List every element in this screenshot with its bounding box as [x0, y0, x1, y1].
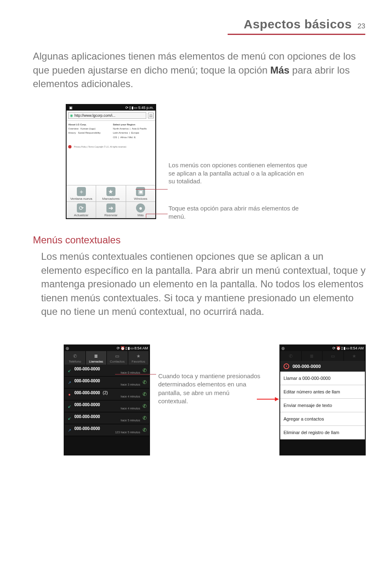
call-time: hace 4 minutos	[74, 407, 140, 410]
sync-icon: ⟳	[117, 346, 120, 350]
opt-fwd-label: Reenviar	[104, 213, 118, 217]
call-info: 000-000-0000 (2) hace 4 minutos	[74, 391, 140, 398]
section-heading: Menús contextuales	[33, 234, 120, 246]
wl1: Overview	[68, 127, 78, 130]
3g-icon: ▯	[341, 346, 343, 350]
web-right: Select your Region North America | Asia …	[113, 123, 147, 139]
status-bar-3: ◎ ⟳ ⏰ ▯ ▮ ▭ 8:54 AM	[280, 345, 365, 351]
call-info: 000-000-0000 hace 3 minutos	[74, 379, 140, 386]
opt-forward[interactable]: ➔ Reenviar	[96, 202, 126, 218]
opt-windows[interactable]: ▣ Windows	[126, 185, 155, 202]
dialer-tabs: ✆ Teléfono ≣ Llamadas ▭ Contactos ★ Favo…	[65, 351, 149, 365]
url-field[interactable]: ◉ http://www.lgcorp.com/i...	[68, 112, 146, 119]
dial-icon[interactable]: ✆	[143, 403, 147, 409]
sync-icon: ⟳	[332, 346, 336, 350]
dial-icon[interactable]: ✆	[143, 368, 147, 373]
bookmark-icon[interactable]: ▤	[148, 113, 154, 118]
notification-icon: ▣	[68, 106, 125, 110]
wl3: History	[68, 132, 76, 134]
call-direction-icon: ↗	[67, 380, 72, 385]
dial-icon[interactable]: ✆	[143, 391, 147, 397]
wr3: Latin America	[113, 132, 128, 134]
call-row[interactable]: ↙000-000-0000 hace 0 minutos✆	[65, 365, 149, 377]
context-menu-item[interactable]: Agregar a contactos	[280, 412, 365, 426]
wl2: Korean (logo)	[81, 127, 95, 130]
more-icon: ●	[136, 203, 145, 213]
tab-calls-d: ≣	[302, 351, 323, 361]
refresh-icon: ⟳	[77, 203, 86, 213]
call-info: 000-000-0000 hace 4 minutos	[74, 402, 140, 410]
header-rule	[228, 34, 365, 35]
plus-icon: ＋	[77, 187, 86, 196]
wr1: North America	[113, 127, 129, 130]
phone-icon: ✆	[72, 353, 78, 359]
page-title: Aspectos básicos	[244, 17, 352, 31]
call-row[interactable]: ↙000-000-0000 hace 5 minutos✆	[65, 412, 149, 424]
tab-calls[interactable]: ≣ Llamadas	[86, 351, 107, 365]
url-text: http://www.lgcorp.com/i...	[74, 113, 115, 118]
call-direction-icon: ↙	[67, 404, 72, 409]
web-left: About LG Corp. Overview Korean (logo) Hi…	[68, 123, 101, 139]
tab-phone-d: ✆	[280, 351, 302, 361]
tab-phone[interactable]: ✆ Teléfono	[65, 351, 86, 365]
address-row: ◉ http://www.lgcorp.com/i... ▤	[67, 111, 155, 121]
globe-icon: ◉	[70, 113, 73, 118]
tab-phone-label: Teléfono	[69, 360, 81, 363]
status-bar-2: ◎ ⟳ ⏰ ▯ ▮ ▭ 8:54 AM	[65, 345, 149, 351]
browser-screenshot: ▣ ⟳ ▯ ▮ ▭ 5:45 p.m. ◉ http://www.lgcorp.…	[66, 104, 156, 219]
tab-contacts-d: ▭	[323, 351, 344, 361]
call-time: 123 hace 5 minutos	[74, 431, 140, 434]
context-menu-item[interactable]: Editar número antes de llam	[280, 385, 365, 399]
call-number: 000-000-0000	[74, 379, 100, 383]
3g-icon: ▯	[125, 346, 127, 350]
3g-icon: ▯	[129, 106, 131, 110]
call-list: ↙000-000-0000 hace 0 minutos✆↗000-000-00…	[65, 365, 149, 436]
opt-more[interactable]: ● Más	[126, 202, 155, 218]
context-menu-item[interactable]: Llamar a 000-000-0000	[280, 372, 365, 385]
tab-contacts[interactable]: ▭ Contactos	[107, 351, 128, 365]
context-menu-screenshot: ◎ ⟳ ⏰ ▯ ▮ ▭ 8:54 AM ✆ ≣ ▭ ★ • 000-000-00…	[279, 344, 366, 455]
target-icon: •	[284, 363, 289, 369]
call-count: (2)	[100, 391, 108, 395]
call-info: 000-000-0000 hace 0 minutos	[74, 367, 140, 374]
list-icon: ≣	[93, 353, 99, 359]
forward-icon: ➔	[106, 203, 115, 213]
callout-line-3	[115, 374, 156, 374]
call-direction-icon: ↙	[67, 368, 72, 373]
web-left-h: About LG Corp.	[68, 123, 87, 126]
battery-icon: ▭	[134, 106, 138, 110]
call-row[interactable]: ●000-000-0000 (2) hace 4 minutos✆	[65, 388, 149, 400]
wr2: Asia & Pacific	[132, 127, 147, 130]
call-info: 000-000-0000123 hace 5 minutos	[74, 426, 140, 434]
context-menu-item[interactable]: Eliminar del registro de llam	[280, 426, 365, 439]
call-row[interactable]: ↗000-000-0000123 hace 5 minutos✆	[65, 424, 149, 436]
intro-bold: Más	[270, 65, 290, 76]
status-time-2: 8:54 AM	[134, 346, 148, 350]
opt-bookmarks[interactable]: ★ Marcadores	[96, 185, 126, 202]
opt-ref-label: Actualizar	[74, 213, 88, 217]
callout-line-2a	[146, 214, 146, 218]
call-row[interactable]: ↗000-000-0000 hace 3 minutos✆	[65, 377, 149, 388]
star-icon: ★	[136, 353, 141, 359]
context-menu-item[interactable]: Enviar mensaje de texto	[280, 399, 365, 412]
context-menu-header: • 000-000-0000	[280, 361, 365, 372]
dial-icon[interactable]: ✆	[143, 415, 147, 421]
call-direction-icon: ●	[67, 392, 72, 397]
web-foot-txt: Privacy Policy | Terms Copyright © LG. A…	[74, 146, 127, 148]
arrow-icon	[257, 399, 278, 400]
opt-new-window[interactable]: ＋ Ventana nueva	[67, 185, 96, 202]
wr5: CIS	[113, 136, 117, 139]
opt-refresh[interactable]: ⟳ Actualizar	[67, 202, 96, 218]
dial-icon[interactable]: ✆	[143, 379, 147, 385]
signal-icon: ▮	[128, 346, 130, 350]
tab-favorites[interactable]: ★ Favoritos	[128, 351, 150, 365]
tab-fav-d: ★	[344, 351, 365, 361]
sb2-left: ◎	[66, 346, 116, 350]
call-row[interactable]: ↙000-000-0000 hace 4 minutos✆	[65, 400, 149, 412]
signal-icon: ▮	[131, 106, 134, 110]
context-menu-body: Llamar a 000-000-0000Editar número antes…	[280, 372, 365, 439]
call-number: 000-000-0000	[74, 402, 100, 407]
dial-icon[interactable]: ✆	[143, 427, 147, 433]
sb3-left: ◎	[281, 346, 332, 350]
opt-book-label: Marcadores	[102, 197, 120, 201]
